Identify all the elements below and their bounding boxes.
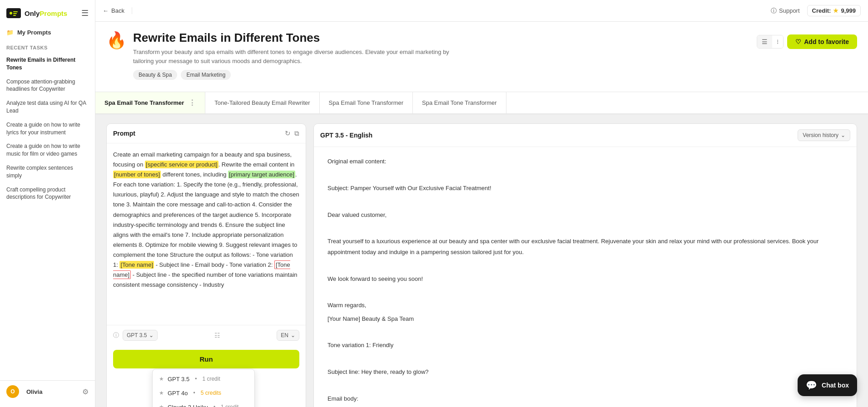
star-icon-gpt4o: ★ <box>159 390 164 396</box>
output-line-18: Email body: <box>327 393 843 404</box>
settings-icon[interactable]: ⚙ <box>82 387 89 396</box>
credit-label: Credit: <box>812 7 831 14</box>
credit-badge: Credit: ★ 9,999 <box>807 5 861 16</box>
output-line-2 <box>327 169 843 180</box>
tag-beauty-spa[interactable]: Beauty & Spa <box>133 70 177 80</box>
tab-1[interactable]: Tone-Tailored Beauty Email Rewriter <box>205 92 319 114</box>
sidebar-item-task-2[interactable]: Analyze test data using AI for QA Lead <box>0 96 95 118</box>
add-to-favorite-button[interactable]: ♡ Add to favorite <box>787 34 857 49</box>
model-claude-haiku[interactable]: ★ Claude 3 Haiku • 1 credit <box>153 400 254 407</box>
output-panel-header: GPT 3.5 - English Version history ⌄ <box>314 124 857 147</box>
sidebar-item-task-5[interactable]: Rewrite complex sentences simply <box>0 161 95 183</box>
model-dropdown: ★ GPT 3.5 • 1 credit ★ GPT 4o • 5 credit… <box>152 369 255 407</box>
refresh-icon[interactable]: ↻ <box>285 129 291 137</box>
view-toggle: ☰ ⁝ <box>757 35 784 49</box>
sidebar-item-task-0[interactable]: Rewrite Emails in Different Tones <box>0 53 95 75</box>
model-haiku-separator: • <box>213 404 215 407</box>
tab-3[interactable]: Spa Email Tone Transformer <box>413 92 506 114</box>
model-gpt4o-credits: 5 credits <box>201 390 221 396</box>
support-button[interactable]: ⓘ Support <box>771 7 800 15</box>
tab-0-label: Spa Email Tone Transformer <box>104 99 184 106</box>
list-view-button[interactable]: ☰ <box>757 35 772 48</box>
model-haiku-label: Claude 3 Haiku <box>168 404 208 407</box>
output-line-1: Original email content: <box>327 156 843 167</box>
logo-text: OnlyPrompts <box>25 10 67 17</box>
work-area: Prompt ↻ ⧉ Create an email marketing cam… <box>95 114 868 407</box>
avatar: O <box>6 385 19 398</box>
output-line-6 <box>327 223 843 233</box>
chat-bubble-icon: 💬 <box>806 380 817 391</box>
output-line-12: [Your Name] Beauty & Spa Team <box>327 314 843 324</box>
version-history-chevron: ⌄ <box>841 132 845 138</box>
content-area: 🔥 Rewrite Emails in Different Tones Tran… <box>95 22 868 407</box>
folder-icon: 📁 <box>6 29 14 36</box>
model-gpt35[interactable]: ★ GPT 3.5 • 1 credit <box>153 372 254 386</box>
main-area: ← Back ⓘ Support Credit: ★ 9,999 🔥 Rewri… <box>95 0 868 407</box>
tab-0[interactable]: Spa Email Tone Transformer ⋮ <box>95 92 205 114</box>
logo-icon <box>6 8 21 18</box>
sidebar-bottom: O Olivia ⚙ <box>0 380 95 402</box>
tab-2[interactable]: Spa Email Tone Transformer <box>320 92 413 114</box>
sidebar-item-task-3[interactable]: Create a guide on how to write lyrics fo… <box>0 118 95 140</box>
topbar: ← Back ⓘ Support Credit: ★ 9,999 <box>95 0 868 22</box>
lang-selector[interactable]: EN ⌄ <box>277 330 299 341</box>
model-gpt4o-separator: • <box>193 390 195 396</box>
output-line-9: We look forward to seeing you soon! <box>327 274 843 284</box>
output-line-10 <box>327 287 843 297</box>
sidebar-item-task-4[interactable]: Create a guide on how to write music for… <box>0 139 95 161</box>
chat-box-label: Chat box <box>822 382 849 389</box>
sidebar-item-task-1[interactable]: Compose attention-grabbing headlines for… <box>0 75 95 97</box>
chat-box-button[interactable]: 💬 Chat box <box>798 374 857 396</box>
output-line-13 <box>327 327 843 337</box>
header-actions: ☰ ⁝ ♡ Add to favorite <box>757 34 857 49</box>
highlight-audience: [primary target audience] <box>228 171 295 178</box>
tab-2-label: Spa Email Tone Transformer <box>329 99 404 106</box>
lang-chevron: ⌄ <box>291 332 295 338</box>
back-button[interactable]: ← Back <box>103 7 132 14</box>
support-label: Support <box>779 7 800 14</box>
version-history-button[interactable]: Version history ⌄ <box>798 129 850 141</box>
output-line-7: Treat yourself to a luxurious experience… <box>327 236 843 257</box>
my-prompts-button[interactable]: 📁 My Prompts <box>0 25 95 39</box>
output-line-8 <box>327 260 843 270</box>
support-icon: ⓘ <box>771 7 777 15</box>
svg-rect-3 <box>13 15 16 16</box>
output-line-5: Dear valued customer, <box>327 210 843 220</box>
heart-icon: ♡ <box>795 38 801 45</box>
header-top: 🔥 Rewrite Emails in Different Tones Tran… <box>106 31 857 80</box>
add-fav-label: Add to favorite <box>804 38 849 45</box>
model-gpt35-label: GPT 3.5 <box>168 376 189 382</box>
sidebar-item-task-6[interactable]: Craft compelling product descriptions fo… <box>0 183 95 205</box>
output-line-16: Subject line: Hey there, ready to glow? <box>327 367 843 377</box>
star-icon-haiku: ★ <box>159 404 164 407</box>
header-emoji: 🔥 <box>106 31 127 50</box>
prompt-panel-header: Prompt ↻ ⧉ <box>107 124 306 143</box>
header-tags: Beauty & Spa Email Marketing <box>133 70 750 80</box>
topbar-right: ⓘ Support Credit: ★ 9,999 <box>771 5 861 16</box>
copy-icon[interactable]: ⧉ <box>294 129 299 137</box>
tab-1-label: Tone-Tailored Beauty Email Rewriter <box>214 99 310 106</box>
output-line-4 <box>327 196 843 206</box>
prompt-panel-icons: ↻ ⧉ <box>285 129 299 137</box>
hamburger-icon[interactable]: ☰ <box>81 8 89 18</box>
version-history-label: Version history <box>803 132 838 138</box>
model-selector[interactable]: GPT 3.5 ⌄ <box>123 330 158 341</box>
tag-email-marketing[interactable]: Email Marketing <box>181 70 231 80</box>
credit-amount: 9,999 <box>841 7 856 14</box>
svg-point-0 <box>10 12 12 15</box>
model-gpt4o[interactable]: ★ GPT 4o • 5 credits <box>153 386 254 400</box>
run-button[interactable]: Run <box>113 350 299 368</box>
tab-3-label: Spa Email Tone Transformer <box>422 99 497 106</box>
grid-view-button[interactable]: ⁝ <box>772 35 783 48</box>
output-model-label: GPT 3.5 - English <box>320 132 372 139</box>
star-icon: ★ <box>833 7 838 14</box>
output-line-3: Subject: Pamper Yourself with Our Exclus… <box>327 183 843 193</box>
page-title: Rewrite Emails in Different Tones <box>133 31 750 45</box>
highlight-tone-name-1: [Tone name] <box>119 261 154 269</box>
model-selector-chevron: ⌄ <box>149 332 154 338</box>
output-content: Original email content: Subject: Pamper … <box>314 147 857 407</box>
output-line-15 <box>327 353 843 364</box>
back-label: Back <box>111 7 124 14</box>
svg-rect-2 <box>13 13 17 14</box>
tab-0-menu-icon[interactable]: ⋮ <box>188 98 196 107</box>
